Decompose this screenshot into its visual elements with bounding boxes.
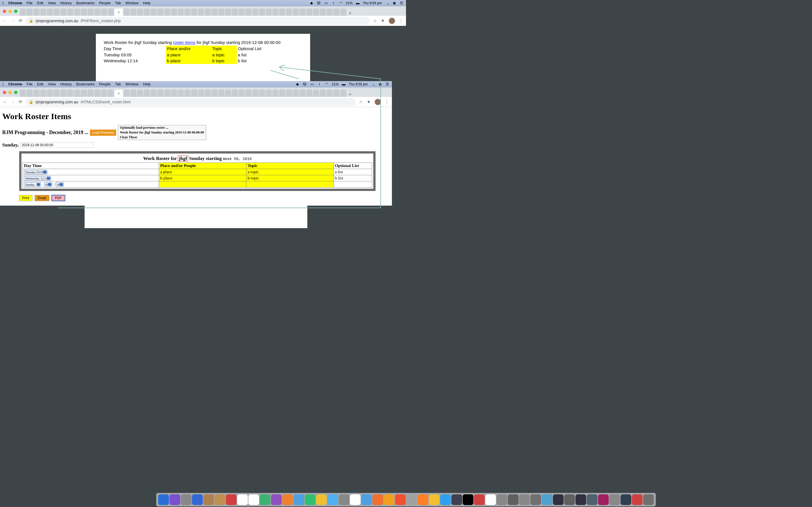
menu-file[interactable]: File [27, 82, 33, 86]
browser-tab[interactable]: · [185, 90, 191, 97]
spotlight-icon[interactable]: 🔍 [370, 82, 375, 87]
browser-tab[interactable]: · [306, 90, 312, 97]
chrome-menu-icon[interactable]: ⋮ [385, 100, 389, 105]
hour-select[interactable]: 00 [44, 182, 52, 187]
browser-tab[interactable]: · [293, 8, 299, 16]
menu-help[interactable]: Help [143, 1, 151, 5]
browser-tab[interactable]: · [299, 90, 306, 97]
browser-tab[interactable]: · [157, 8, 163, 16]
browser-tab[interactable]: · [272, 8, 278, 16]
window-zoom-button[interactable] [14, 10, 17, 13]
browser-tab[interactable]: · [151, 8, 157, 16]
browser-tab[interactable]: · [164, 8, 170, 16]
apple-menu-icon[interactable]:  [2, 82, 4, 87]
browser-tab[interactable]: · [185, 8, 191, 16]
menu-edit[interactable]: Edit [37, 82, 43, 86]
browser-tab[interactable]: · [218, 90, 224, 97]
window-minimize-button[interactable] [8, 10, 12, 13]
browser-tab[interactable]: · [157, 90, 163, 97]
day-select[interactable]: Sunday [24, 182, 41, 187]
menu-bookmarks[interactable]: Bookmarks [76, 82, 94, 86]
browser-tab[interactable]: · [171, 90, 177, 97]
browser-tab[interactable]: · [177, 8, 184, 16]
browser-tab[interactable]: · [81, 8, 87, 16]
clock[interactable]: Thu 9:54 pm [363, 1, 382, 5]
day-select[interactable]: Tuesday 03:05 [24, 170, 47, 174]
status-icon[interactable]: ◆ [309, 1, 314, 5]
menu-window[interactable]: Window [125, 82, 139, 86]
browser-tab[interactable]: · [239, 90, 245, 97]
browser-tab[interactable]: · [151, 90, 157, 97]
menu-tab[interactable]: Tab [115, 82, 121, 86]
menu-bookmarks[interactable]: Bookmarks [76, 1, 94, 5]
sunday-date-input[interactable] [20, 142, 94, 148]
browser-tab[interactable]: · [191, 90, 197, 97]
window-close-button[interactable] [3, 91, 6, 94]
window-minimize-button[interactable] [8, 91, 12, 94]
browser-tab[interactable]: · [60, 90, 66, 97]
app-name[interactable]: Chrome [8, 1, 22, 5]
browser-tab[interactable]: · [326, 90, 333, 97]
load-previous-button[interactable]: Load Previous [90, 129, 116, 136]
wifi-icon[interactable]: ◠ [339, 1, 343, 5]
cell-topic[interactable] [246, 181, 334, 187]
browser-tab[interactable]: · [33, 8, 40, 16]
menu-help[interactable]: Help [143, 82, 151, 86]
cell-topic[interactable]: a topic [246, 169, 334, 175]
browser-tab[interactable]: · [54, 90, 60, 97]
notification-center-icon[interactable]: ☰ [385, 82, 390, 87]
apple-menu-icon[interactable]:  [2, 1, 4, 5]
browser-tab[interactable]: · [266, 90, 272, 97]
browser-tab[interactable]: · [81, 90, 87, 97]
browser-tab[interactable]: · [266, 8, 272, 16]
browser-tab[interactable]: · [286, 90, 292, 97]
battery-icon[interactable]: ▬ [356, 1, 360, 5]
notification-center-icon[interactable]: ☰ [399, 1, 404, 5]
status-icon[interactable]: ◆ [295, 82, 300, 87]
window-close-button[interactable] [3, 10, 6, 13]
browser-tab[interactable]: · [232, 8, 238, 16]
airplay-icon[interactable]: ▭ [324, 1, 328, 5]
browser-tab[interactable]: · [279, 8, 285, 16]
browser-tab[interactable]: · [130, 8, 137, 16]
browser-tab[interactable]: · [299, 8, 306, 16]
browser-tab[interactable]: · [252, 8, 258, 16]
menu-tab[interactable]: Tab [115, 1, 121, 5]
browser-tab[interactable]: · [225, 8, 231, 16]
browser-tab[interactable]: · [245, 8, 252, 16]
browser-tab[interactable]: · [144, 8, 150, 16]
cell-optional[interactable]: a list [334, 169, 372, 175]
browser-tab[interactable]: · [47, 8, 53, 16]
profile-icon[interactable] [389, 18, 395, 24]
browser-tab[interactable]: · [286, 8, 292, 16]
siri-icon[interactable]: ◉ [392, 1, 396, 5]
profile-icon[interactable] [375, 99, 381, 105]
browser-tab[interactable]: · [94, 8, 100, 16]
reload-button[interactable]: ⟳ [18, 18, 22, 23]
menu-history[interactable]: History [60, 1, 71, 5]
browser-tab[interactable]: · [54, 8, 60, 16]
browser-tab[interactable]: · [101, 90, 107, 97]
cell-place[interactable]: b place [159, 175, 246, 181]
browser-tab[interactable]: · [108, 90, 114, 97]
roster-name-input[interactable]: jhgf [178, 156, 188, 161]
cell-optional[interactable] [334, 181, 372, 187]
loadbox-option[interactable]: Work Roster for jhgf Sunday starting 201… [118, 130, 206, 135]
forward-button[interactable]: → [11, 18, 15, 23]
browser-tab[interactable]: · [123, 90, 130, 97]
menu-window[interactable]: Window [125, 1, 139, 5]
browser-tab[interactable]: · [74, 90, 80, 97]
extension-icon[interactable]: ▼ [366, 100, 371, 104]
browser-tab[interactable]: · [74, 8, 80, 16]
browser-tab[interactable]: · [40, 8, 46, 16]
browser-tab[interactable]: · [191, 8, 197, 16]
browser-tab[interactable]: · [20, 8, 26, 16]
loadbox-option[interactable]: Optionally load previous roster ... [118, 125, 206, 130]
browser-tab[interactable]: · [333, 8, 340, 16]
menu-view[interactable]: View [48, 82, 56, 86]
browser-tab[interactable]: · [218, 8, 224, 16]
new-tab-button[interactable]: + [347, 92, 354, 97]
browser-tab[interactable]: · [198, 8, 204, 16]
browser-tab[interactable]: · [306, 8, 312, 16]
browser-tab[interactable]: · [171, 8, 177, 16]
